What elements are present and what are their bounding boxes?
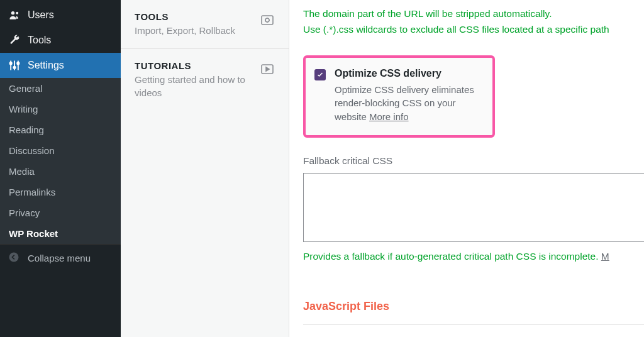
sidebar-sub-permalinks[interactable]: Permalinks — [0, 182, 121, 202]
play-icon — [260, 62, 275, 77]
sidebar-item-label: Users — [28, 9, 54, 21]
more-info-link[interactable]: More info — [369, 111, 409, 122]
panel-desc: Import, Export, Rollback — [135, 25, 235, 37]
divider — [303, 324, 644, 325]
sidebar-sub-general[interactable]: General — [0, 78, 121, 99]
hint-text-1: The domain part of the URL will be strip… — [303, 6, 644, 22]
panel-title: TUTORIALS — [135, 60, 253, 71]
sidebar-sub-media[interactable]: Media — [0, 161, 121, 182]
sidebar-item-label: Tools — [28, 35, 51, 46]
settings-panel: TOOLS Import, Export, Rollback TUTORIALS… — [121, 0, 289, 337]
svg-point-6 — [13, 67, 15, 69]
option-title: Optimize CSS delivery — [335, 68, 481, 79]
svg-point-5 — [10, 62, 12, 64]
sidebar-sub-reading[interactable]: Reading — [0, 119, 121, 140]
hint-text-2: Use (.*).css wildcards to exclude all CS… — [303, 22, 644, 38]
wrench-icon — [8, 33, 21, 47]
check-icon — [316, 71, 324, 79]
admin-sidebar: Users Tools Settings General Writing Rea… — [0, 0, 121, 337]
panel-desc: Getting started and how to videos — [135, 74, 253, 99]
gear-icon — [260, 13, 275, 28]
svg-point-1 — [16, 12, 18, 14]
sliders-icon — [8, 58, 21, 72]
svg-point-7 — [17, 62, 19, 64]
fallback-more-link[interactable]: M — [601, 251, 609, 262]
sidebar-sub-privacy[interactable]: Privacy — [0, 202, 121, 223]
collapse-menu-button[interactable]: Collapse menu — [0, 244, 121, 271]
fallback-css-textarea[interactable] — [303, 173, 644, 242]
panel-title: TOOLS — [135, 11, 235, 22]
collapse-label: Collapse menu — [28, 253, 91, 263]
optimize-css-checkbox[interactable] — [314, 69, 326, 80]
sidebar-item-label: Settings — [28, 60, 64, 71]
main-content: The domain part of the URL will be strip… — [289, 0, 644, 337]
sidebar-item-tools[interactable]: Tools — [0, 28, 121, 53]
sidebar-sub-wp-rocket[interactable]: WP Rocket — [0, 223, 121, 244]
collapse-icon — [8, 251, 21, 265]
sidebar-item-settings[interactable]: Settings — [0, 53, 121, 78]
panel-section-tools[interactable]: TOOLS Import, Export, Rollback — [121, 0, 289, 49]
svg-rect-9 — [262, 16, 273, 25]
sidebar-sub-discussion[interactable]: Discussion — [0, 140, 121, 161]
svg-point-10 — [265, 18, 269, 22]
fallback-label: Fallback critical CSS — [303, 155, 644, 167]
js-files-heading: JavaScript Files — [303, 300, 644, 313]
option-desc: Optimize CSS delivery eliminates render-… — [335, 83, 481, 124]
fallback-hint: Provides a fallback if auto-generated cr… — [303, 251, 644, 262]
sidebar-sub-writing[interactable]: Writing — [0, 99, 121, 119]
svg-point-8 — [9, 253, 19, 262]
svg-point-0 — [11, 11, 14, 14]
panel-section-tutorials[interactable]: TUTORIALS Getting started and how to vid… — [121, 49, 289, 111]
optimize-css-highlight: Optimize CSS delivery Optimize CSS deliv… — [303, 55, 495, 138]
sidebar-item-users[interactable]: Users — [0, 3, 121, 28]
users-icon — [8, 8, 21, 22]
